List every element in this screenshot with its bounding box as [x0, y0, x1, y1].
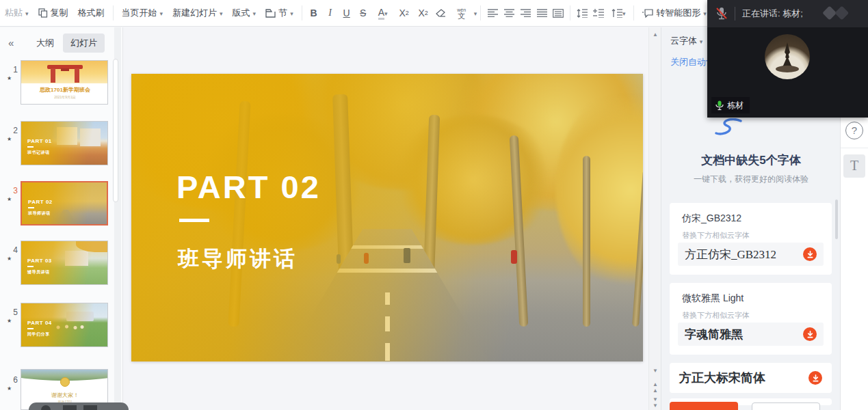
thumb1-gate: [47, 65, 83, 83]
font-color-label: A: [378, 7, 384, 20]
chevron-down-icon: ▾: [622, 10, 626, 17]
scroll-down-button[interactable]: ▼: [649, 368, 661, 374]
slide-title-text: 班导师讲话: [178, 245, 298, 273]
replace-all-button[interactable]: [670, 402, 738, 410]
superscript-button[interactable]: X2: [395, 4, 414, 22]
control-knob: [41, 405, 51, 410]
align-right-button[interactable]: [517, 4, 534, 22]
separator: [113, 5, 114, 20]
thumb-dash: [27, 146, 34, 148]
slide-gold-overlay: [131, 74, 643, 361]
missing-fonts-title: 文档中缺失5个字体: [661, 152, 841, 168]
cloud-font-logo-icon: [713, 118, 745, 139]
paste-button[interactable]: 粘贴 ▾: [0, 3, 34, 23]
download-icon[interactable]: [803, 247, 817, 261]
slide-number: 4: [5, 245, 18, 255]
align-center-button[interactable]: [501, 4, 517, 22]
cloud-font-name: 方正仿宋_GB2312: [685, 247, 776, 262]
slide-thumbnail-1[interactable]: 思政1701新学期班会 2021年9月1日: [21, 60, 108, 105]
slide-thumbnail-4[interactable]: PART 03 辅导员讲话: [21, 241, 108, 285]
cloud-font-name: 字魂简雅黑: [685, 327, 743, 342]
slide-heading-dash: [179, 219, 209, 222]
canvas-scrollbar[interactable]: ▲ ▼ ▲▲ ▼▼: [648, 27, 661, 410]
scroll-up-button[interactable]: ▲: [649, 31, 661, 38]
meeting-video-area: 栋材: [707, 27, 868, 118]
subscript-mark: 2: [425, 10, 428, 16]
floating-meeting-controls[interactable]: [29, 402, 129, 410]
download-icon[interactable]: [808, 371, 822, 385]
thumb-subtitle: 同学们分享: [27, 331, 50, 338]
align-left-button[interactable]: [484, 4, 501, 22]
new-slide-label: 新建幻灯片: [172, 7, 217, 19]
tab-slides[interactable]: 幻灯片: [63, 33, 105, 53]
justify-button[interactable]: [534, 4, 550, 22]
cloud-fonts-dropdown[interactable]: 云字体 ▾: [670, 35, 702, 47]
clear-format-button[interactable]: [433, 4, 449, 22]
italic-button[interactable]: I: [322, 4, 339, 22]
separator: [480, 5, 481, 20]
tab-outline[interactable]: 大纲: [29, 33, 62, 53]
line-spacing-button[interactable]: [574, 4, 590, 22]
cloud-font-row[interactable]: 方正仿宋_GB2312: [678, 243, 824, 266]
slide-thumbnail-3[interactable]: PART 02 班导师讲话: [21, 181, 108, 226]
sidebar-scrollbar[interactable]: [114, 27, 121, 410]
bold-button[interactable]: B: [306, 4, 322, 22]
chevron-down-icon: ▾: [220, 10, 223, 17]
strikethrough-label: S: [360, 8, 366, 18]
pinyin-guide-button[interactable]: wén 文: [449, 4, 474, 22]
thumb-part-label: PART 01: [27, 138, 52, 144]
section-label: 节: [278, 7, 287, 19]
sidebar-scrollbar-thumb[interactable]: [113, 59, 118, 202]
fonts-list-scrollbar-thumb[interactable]: [835, 200, 838, 239]
copy-icon: [38, 8, 48, 18]
missing-fonts-subtitle: 一键下载，获得更好的阅读体验: [661, 174, 841, 185]
new-slide-button[interactable]: 新建幻灯片 ▾: [168, 3, 228, 23]
chevron-down-icon: ▾: [160, 10, 163, 17]
font-card-3[interactable]: 方正大标宋简体: [670, 363, 832, 393]
format-painter-label: 格式刷: [78, 7, 105, 19]
download-icon[interactable]: [803, 327, 817, 341]
section-button[interactable]: 节 ▾: [261, 3, 298, 23]
separator: [302, 5, 302, 20]
previous-slide-button[interactable]: ▲▲: [649, 381, 661, 394]
align-right-icon: [521, 9, 531, 17]
meeting-video-overlay[interactable]: 正在讲话: 栋材; 栋材: [707, 0, 868, 118]
replace-hint: 替换下方相似云字体: [682, 230, 750, 241]
subscript-button[interactable]: X2: [414, 4, 433, 22]
slide-thumbnail-2[interactable]: PART 01 班书记讲话: [21, 121, 108, 165]
text-tool-icon[interactable]: T: [843, 154, 865, 178]
start-from-page-button[interactable]: 当页开始 ▾: [117, 3, 168, 23]
font-card-1: 仿宋_GB2312 替换下方相似云字体 方正仿宋_GB2312: [670, 203, 832, 275]
line-spacing-icon: [577, 9, 588, 18]
bold-label: B: [311, 8, 317, 18]
format-painter-button[interactable]: 格式刷: [73, 3, 109, 23]
paragraph-spacing-button[interactable]: ▾: [607, 4, 630, 22]
missing-font-name: 微软雅黑 Light: [682, 292, 744, 305]
active-mic-icon: [715, 100, 724, 111]
current-slide[interactable]: PART 02 班导师讲话: [131, 74, 643, 361]
chevron-down-icon: ▾: [703, 10, 707, 17]
font-color-button[interactable]: A ▾: [371, 4, 395, 22]
cloud-font-row[interactable]: 字魂简雅黑: [678, 323, 824, 346]
add-space-before-button[interactable]: [590, 4, 607, 22]
convert-smart-graphic-button[interactable]: 转智能图形 ▾: [637, 3, 711, 23]
slide-thumbnail-panel: « 大纲 幻灯片 1 ★ 思政1701新学期班会 2021年9月1日 2 ★ P…: [0, 27, 123, 410]
separator: [570, 5, 570, 20]
paragraph-spacing-icon: [611, 9, 622, 18]
next-slide-button[interactable]: ▼▼: [649, 396, 661, 409]
strikethrough-button[interactable]: S: [355, 4, 371, 22]
speaker-name: 栋材: [727, 100, 744, 111]
thumb-subtitle: 班导师讲话: [28, 210, 51, 217]
distribute-button[interactable]: [550, 4, 566, 22]
layout-button[interactable]: 版式 ▾: [228, 3, 261, 23]
collapse-panel-button[interactable]: «: [8, 37, 14, 49]
slide-thumbnail-5[interactable]: PART 04 同学们分享: [21, 303, 108, 347]
thumb6-emblem: [60, 377, 70, 387]
thumb-part-label: PART 04: [27, 320, 52, 326]
secondary-button[interactable]: [752, 402, 820, 410]
copy-button[interactable]: 复制: [34, 3, 73, 23]
justify-icon: [537, 9, 547, 17]
add-space-icon: [593, 9, 604, 18]
underline-button[interactable]: U: [339, 4, 355, 22]
help-icon[interactable]: ?: [845, 122, 863, 139]
